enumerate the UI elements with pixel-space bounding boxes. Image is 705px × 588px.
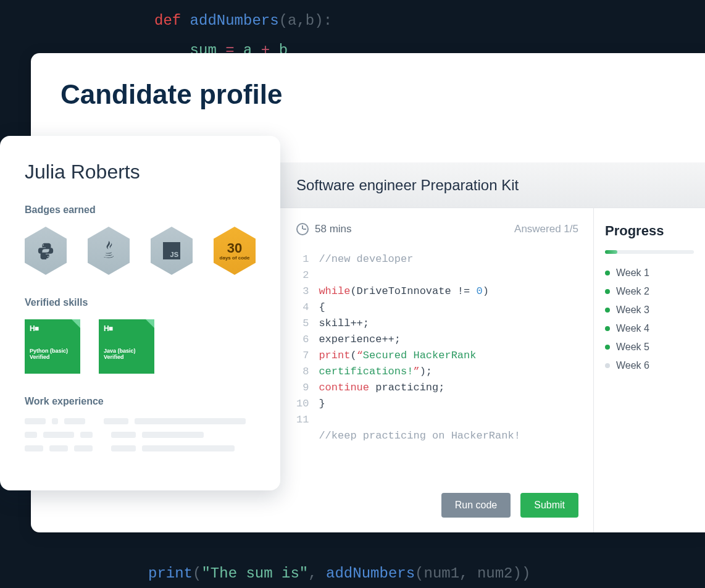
- progress-bar: [605, 250, 694, 254]
- days-label: days of code: [220, 255, 250, 261]
- skill-name: Java (basic): [104, 348, 149, 354]
- week-item[interactable]: Week 3: [605, 304, 694, 316]
- clock-icon: [296, 223, 309, 235]
- run-code-button[interactable]: Run code: [441, 493, 511, 518]
- week-item[interactable]: Week 6: [605, 360, 694, 371]
- background-code-bottom: print("The sum is", addNumbers(num1, num…: [148, 559, 530, 588]
- work-experience-label: Work experience: [25, 396, 256, 407]
- dot-icon: [605, 289, 610, 294]
- progress-sidebar: Progress Week 1 Week 2 Week 3 Week 4 Wee…: [594, 208, 705, 532]
- submit-button[interactable]: Submit: [520, 493, 578, 518]
- skills-row: H■ Python (basic) Verified H■ Java (basi…: [25, 319, 256, 374]
- code-lines: //new developer while(DriveToInnovate !=…: [319, 251, 578, 444]
- time-text: 58 mins: [315, 223, 352, 235]
- code-editor[interactable]: 1234567891011 //new developer while(Driv…: [296, 251, 578, 444]
- candidate-name: Julia Roberts: [25, 161, 256, 183]
- work-experience-skeleton: [25, 418, 256, 452]
- python-badge: [25, 227, 67, 275]
- days-of-code-badge: 30 days of code: [214, 227, 256, 275]
- progress-fill: [605, 250, 617, 254]
- kit-editor-pane: 58 mins Answered 1/5 1234567891011 //new…: [280, 208, 594, 532]
- java-badge: [88, 227, 130, 275]
- skill-logo: H■: [104, 324, 149, 333]
- badges-label: Badges earned: [25, 204, 256, 216]
- week-item[interactable]: Week 1: [605, 267, 694, 279]
- week-item[interactable]: Week 4: [605, 323, 694, 334]
- days-number: 30: [227, 242, 242, 255]
- dot-icon: [605, 271, 610, 275]
- progress-title: Progress: [605, 223, 694, 239]
- answered-status: Answered 1/5: [514, 223, 578, 235]
- profile-card: Julia Roberts Badges earned JS 30 days o…: [0, 136, 280, 490]
- week-item[interactable]: Week 2: [605, 286, 694, 297]
- js-badge: JS: [151, 227, 193, 275]
- js-icon: JS: [163, 242, 180, 259]
- skill-card-python: H■ Python (basic) Verified: [25, 319, 80, 374]
- dot-icon: [605, 345, 610, 350]
- skills-label: Verified skills: [25, 297, 256, 308]
- line-gutter: 1234567891011: [296, 251, 319, 444]
- page-title: Candidate profile: [60, 79, 282, 110]
- week-list: Week 1 Week 2 Week 3 Week 4 Week 5 Week …: [605, 267, 694, 371]
- kit-header: Software engineer Preparation Kit: [280, 162, 705, 208]
- java-icon: [100, 241, 117, 261]
- dot-icon: [605, 326, 610, 331]
- week-item[interactable]: Week 5: [605, 342, 694, 353]
- dot-icon: [605, 308, 610, 313]
- skill-status: Verified: [30, 354, 75, 360]
- preparation-kit-panel: Software engineer Preparation Kit 58 min…: [280, 162, 705, 532]
- time-remaining: 58 mins: [296, 223, 352, 235]
- skill-name: Python (basic): [30, 348, 75, 354]
- skill-card-java: H■ Java (basic) Verified: [99, 319, 154, 374]
- badges-row: JS 30 days of code: [25, 227, 256, 275]
- dot-icon: [605, 363, 610, 368]
- skill-status: Verified: [104, 354, 149, 360]
- python-icon: [36, 242, 55, 260]
- skill-logo: H■: [30, 324, 75, 333]
